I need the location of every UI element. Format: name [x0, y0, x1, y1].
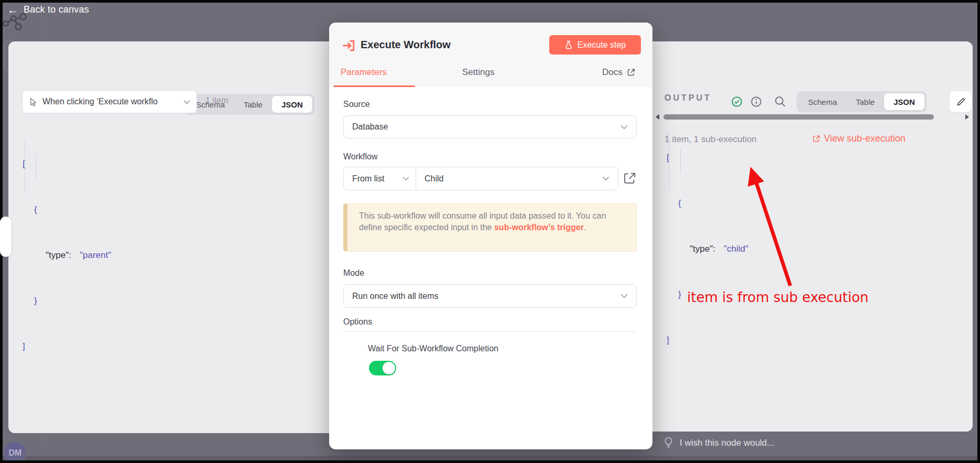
docs-link[interactable]: Docs — [602, 67, 635, 78]
json-line: { — [23, 202, 111, 217]
toggle-knob — [383, 362, 395, 374]
output-json-view: [ { "type":"child" } ] — [667, 120, 748, 378]
output-tab-json[interactable]: JSON — [884, 93, 924, 110]
notice-suffix: . — [584, 223, 586, 232]
modal-header: Execute Workflow Execute step Parameters… — [329, 23, 652, 87]
view-sub-execution-link[interactable]: View sub-execution — [812, 133, 906, 144]
tab-settings[interactable]: Settings — [462, 67, 494, 78]
workflow-select-group: From list Child — [343, 167, 618, 190]
canvas-grid-line — [41, 432, 41, 456]
screen-frame — [977, 0, 980, 463]
external-link-icon — [812, 135, 820, 143]
input-display-mode-tabs: Schema Table JSON — [184, 94, 314, 115]
open-workflow-icon[interactable] — [623, 171, 636, 185]
workflow-mode-value: From list — [352, 174, 384, 184]
sub-workflow-trigger-link[interactable]: sub-workflow’s trigger — [494, 223, 584, 232]
search-icon[interactable] — [775, 96, 786, 107]
workflow-value-select[interactable]: Child — [416, 167, 618, 190]
horizontal-scrollbar[interactable] — [663, 114, 934, 120]
execute-step-button[interactable]: Execute step — [549, 35, 641, 55]
json-indent-guide — [36, 155, 37, 179]
panel-resize-handle[interactable] — [0, 217, 12, 257]
canvas-grid-line — [3, 438, 328, 439]
active-tab-underline — [333, 85, 415, 87]
docs-label: Docs — [602, 67, 623, 78]
chevron-down-icon — [183, 100, 190, 104]
options-divider — [343, 331, 637, 332]
success-check-icon — [731, 96, 743, 107]
input-node-selector-value: When clicking ‘Execute workflo — [42, 97, 179, 106]
info-icon[interactable] — [750, 96, 762, 107]
tab-parameters[interactable]: Parameters — [341, 67, 387, 78]
chevron-down-icon — [402, 176, 409, 181]
wait-option-label: Wait For Sub-Workflow Completion — [368, 344, 498, 353]
json-line: { — [667, 196, 748, 211]
input-tab-json[interactable]: JSON — [272, 96, 312, 113]
json-line: } — [23, 293, 111, 308]
source-select[interactable]: Database — [343, 115, 637, 138]
view-sub-execution-label: View sub-execution — [824, 133, 906, 144]
execute-workflow-node-icon — [342, 38, 356, 53]
json-line: [ — [667, 150, 748, 165]
scroll-left-arrow[interactable] — [656, 114, 659, 120]
output-panel-title: OUTPUT — [665, 93, 712, 103]
screen-frame — [0, 0, 980, 3]
node-feedback-button[interactable]: I wish this node would... — [663, 437, 774, 449]
scroll-right-arrow[interactable] — [965, 114, 969, 120]
options-section-label: Options — [343, 317, 372, 327]
screen-frame — [0, 460, 980, 463]
chevron-down-icon — [620, 294, 628, 298]
modal-title: Execute Workflow — [361, 39, 451, 51]
workflow-label: Workflow — [343, 152, 378, 161]
output-panel: OUTPUT Schema Table JSON 1 item, 1 sub- — [652, 41, 973, 432]
wait-for-completion-toggle[interactable] — [369, 361, 396, 375]
node-feedback-label: I wish this node would... — [680, 438, 774, 448]
json-line: ] — [667, 332, 748, 348]
back-label: Back to canvas — [24, 4, 89, 15]
workflow-value: Child — [424, 174, 443, 184]
input-tab-table[interactable]: Table — [234, 96, 272, 113]
json-indent-guide — [669, 133, 669, 188]
output-tab-table[interactable]: Table — [846, 93, 884, 110]
input-node-selector[interactable]: When clicking ‘Execute workflo — [22, 90, 197, 113]
external-link-icon — [627, 68, 635, 77]
edit-output-button[interactable] — [950, 91, 972, 112]
annotation-text: item is from sub execution — [687, 289, 868, 305]
user-avatar[interactable]: DM — [4, 442, 26, 463]
mode-select[interactable]: Run once with all items — [343, 284, 637, 308]
chevron-down-icon — [620, 125, 628, 130]
json-line: ] — [23, 339, 111, 354]
pencil-icon — [956, 97, 966, 107]
canvas-bottom-strip — [3, 456, 977, 460]
flask-icon — [564, 40, 573, 49]
sub-workflow-notice: This sub-workflow will consume all input… — [343, 203, 637, 252]
input-panel: INPUT Schema Table JSON When clicking ‘E… — [8, 41, 329, 433]
execute-workflow-modal: Execute Workflow Execute step Parameters… — [329, 23, 652, 449]
workflow-mode-select[interactable]: From list — [344, 167, 416, 190]
json-indent-guide — [680, 148, 681, 173]
source-value: Database — [352, 122, 388, 132]
back-arrow-icon: ← — [7, 4, 18, 15]
execute-step-label: Execute step — [578, 40, 626, 50]
source-label: Source — [343, 100, 370, 109]
input-items-count: 1 item — [205, 96, 228, 105]
output-tab-schema[interactable]: Schema — [799, 93, 846, 110]
lightbulb-icon — [663, 437, 673, 449]
back-to-canvas-button[interactable]: ← Back to canvas — [7, 4, 89, 15]
json-line: "type":"parent" — [23, 247, 111, 263]
json-line: "type":"child" — [667, 241, 748, 256]
cursor-icon — [29, 98, 38, 106]
mode-label: Mode — [343, 268, 364, 278]
json-indent-guide — [25, 139, 25, 194]
mode-value: Run once with all items — [352, 292, 439, 301]
chevron-down-icon — [602, 176, 609, 181]
n8n-node-detail-view: ← Back to canvas INPUT Schema Table JSON… — [0, 0, 980, 463]
output-display-mode-tabs: Schema Table JSON — [797, 91, 927, 112]
